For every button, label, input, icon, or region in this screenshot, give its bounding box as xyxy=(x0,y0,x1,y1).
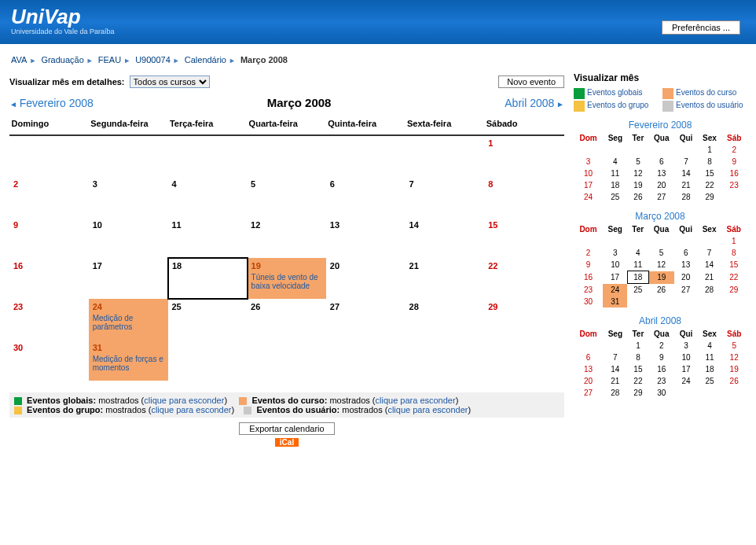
export-calendar-button[interactable]: Exportar calendario xyxy=(239,422,334,435)
mini-day[interactable]: 3 xyxy=(603,247,628,259)
mini-day[interactable]: 16 xyxy=(721,168,747,179)
mini-day[interactable]: 23 xyxy=(574,284,603,296)
mini-day[interactable]: 15 xyxy=(721,259,747,271)
mini-day[interactable]: 5 xyxy=(628,156,649,168)
mini-day[interactable]: 29 xyxy=(698,191,722,203)
new-event-button[interactable]: Novo evento xyxy=(498,75,564,88)
mini-day[interactable]: 4 xyxy=(698,340,722,352)
mini-day[interactable]: 9 xyxy=(721,156,747,168)
mini-day[interactable]: 20 xyxy=(674,271,697,284)
day-cell[interactable]: 14 xyxy=(406,217,485,258)
day-cell[interactable]: 12 xyxy=(248,217,327,258)
mini-day[interactable]: 10 xyxy=(603,259,628,271)
mini-day[interactable]: 27 xyxy=(648,191,674,203)
mini-day[interactable]: 18 xyxy=(698,363,722,375)
mini-day[interactable]: 10 xyxy=(574,168,603,179)
mini-day[interactable]: 25 xyxy=(603,191,628,203)
day-cell[interactable]: 29 xyxy=(485,299,564,340)
day-cell[interactable]: 20 xyxy=(326,258,406,299)
day-cell[interactable]: 17 xyxy=(89,258,168,299)
mini-day[interactable]: 13 xyxy=(574,363,603,375)
key-user-link[interactable]: Eventos do usuário xyxy=(676,101,743,109)
mini-day[interactable]: 4 xyxy=(627,247,648,259)
mini-day[interactable]: 28 xyxy=(697,284,721,296)
mini-day[interactable]: 22 xyxy=(628,375,649,387)
mini-day[interactable]: 13 xyxy=(674,259,697,271)
mini-day[interactable]: 27 xyxy=(674,284,697,296)
mini-day[interactable]: 31 xyxy=(603,296,628,307)
mini-day[interactable]: 1 xyxy=(628,340,649,352)
mini-day[interactable]: 24 xyxy=(574,191,603,203)
mini-day[interactable]: 2 xyxy=(648,340,674,352)
mini-day[interactable]: 17 xyxy=(674,363,697,375)
mini-day[interactable]: 23 xyxy=(721,179,747,191)
mini-day[interactable]: 21 xyxy=(603,375,628,387)
mini-day[interactable]: 19 xyxy=(628,179,649,191)
day-cell-today[interactable]: 18 xyxy=(168,258,248,299)
day-cell[interactable]: 3 xyxy=(89,176,168,217)
mini-day[interactable]: 2 xyxy=(721,144,747,156)
crumb-course[interactable]: U900074 xyxy=(135,55,171,64)
day-cell[interactable]: 30 xyxy=(10,340,90,381)
day-cell[interactable]: 25 xyxy=(168,299,248,340)
mini-day[interactable]: 29 xyxy=(628,387,649,399)
mini-day[interactable]: 19 xyxy=(648,271,674,284)
mini-day[interactable]: 12 xyxy=(628,168,649,179)
day-cell-event[interactable]: 24Medição de parâmetros xyxy=(89,299,168,340)
mini-day[interactable]: 6 xyxy=(674,247,697,259)
day-cell[interactable]: 11 xyxy=(168,217,248,258)
mini-day[interactable]: 5 xyxy=(721,340,747,352)
ical-badge[interactable]: iCal xyxy=(275,438,299,447)
mini-day[interactable]: 1 xyxy=(721,235,747,247)
mini-day[interactable]: 29 xyxy=(721,284,747,296)
mini-day[interactable]: 2 xyxy=(574,247,603,259)
mini-day[interactable]: 20 xyxy=(574,375,603,387)
mini-day[interactable]: 16 xyxy=(648,363,674,375)
event-title[interactable]: Túneis de vento de baixa velocidade xyxy=(248,273,326,293)
day-cell[interactable]: 15 xyxy=(485,217,564,258)
mini-day[interactable]: 11 xyxy=(603,168,628,179)
day-cell[interactable]: 6 xyxy=(326,176,406,217)
day-cell[interactable]: 5 xyxy=(248,176,327,217)
day-cell[interactable]: 9 xyxy=(10,217,90,258)
mini-day[interactable]: 14 xyxy=(603,363,628,375)
mini-day[interactable]: 6 xyxy=(574,352,603,363)
crumb-graduacao[interactable]: Graduação xyxy=(41,55,83,64)
mini-day[interactable]: 24 xyxy=(603,284,628,296)
mini-day[interactable]: 6 xyxy=(648,156,674,168)
day-cell[interactable]: 22 xyxy=(485,258,564,299)
mini-day[interactable]: 17 xyxy=(574,179,603,191)
day-cell[interactable]: 8 xyxy=(485,176,564,217)
day-cell[interactable]: 4 xyxy=(168,176,248,217)
mini-day[interactable]: 1 xyxy=(698,144,722,156)
key-global-link[interactable]: Eventos globais xyxy=(587,88,643,97)
hide-user-link[interactable]: clique para esconder xyxy=(387,405,468,414)
mini-day[interactable]: 14 xyxy=(697,259,721,271)
mini-day[interactable]: 22 xyxy=(721,271,747,284)
mini-day[interactable]: 21 xyxy=(697,271,721,284)
mini-day[interactable]: 27 xyxy=(574,387,603,399)
course-select[interactable]: Todos os cursos xyxy=(130,75,210,88)
mini-day[interactable]: 3 xyxy=(674,340,697,352)
day-cell[interactable]: 16 xyxy=(10,258,90,299)
mini-title[interactable]: Março 2008 xyxy=(574,211,747,222)
mini-day[interactable]: 26 xyxy=(648,284,674,296)
day-cell[interactable]: 23 xyxy=(10,299,90,340)
mini-day[interactable]: 7 xyxy=(697,247,721,259)
mini-day[interactable]: 17 xyxy=(603,271,628,284)
hide-group-link[interactable]: clique para esconder xyxy=(151,405,231,414)
mini-day[interactable]: 9 xyxy=(574,259,603,271)
mini-day[interactable]: 30 xyxy=(574,296,603,307)
mini-day[interactable]: 30 xyxy=(648,387,674,399)
mini-day[interactable]: 11 xyxy=(627,259,648,271)
mini-title[interactable]: Fevereiro 2008 xyxy=(574,120,747,131)
mini-day[interactable]: 12 xyxy=(648,259,674,271)
mini-day[interactable]: 19 xyxy=(721,363,747,375)
mini-day[interactable]: 3 xyxy=(574,156,603,168)
day-cell[interactable]: 27 xyxy=(326,299,406,340)
mini-day[interactable]: 9 xyxy=(648,352,674,363)
day-cell[interactable]: 21 xyxy=(406,258,485,299)
crumb-feau[interactable]: FEAU xyxy=(98,55,121,64)
mini-day[interactable]: 26 xyxy=(721,375,747,387)
next-month-link[interactable]: Abril 2008 xyxy=(505,97,564,109)
